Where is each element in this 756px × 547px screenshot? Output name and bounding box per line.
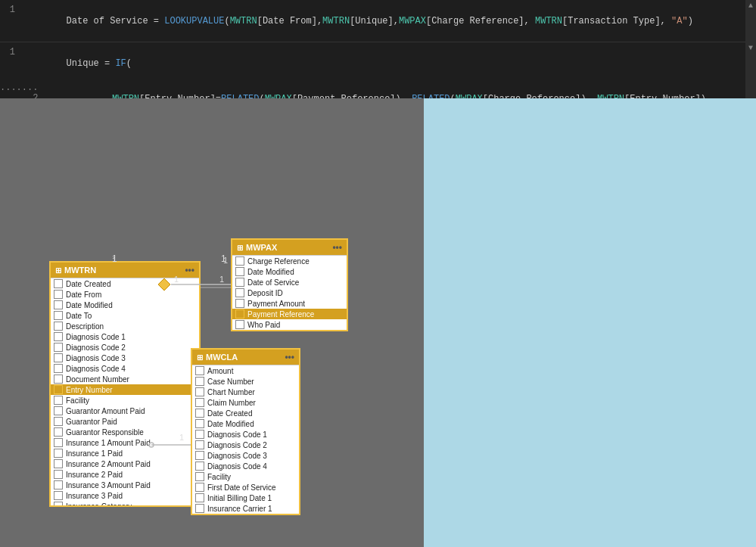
mwcla-facility: Facility xyxy=(192,471,299,482)
field-guar-resp: Guarantor Responsible xyxy=(51,427,199,437)
field-icon xyxy=(235,288,244,297)
mwcla-header: ⊞ MWCLA ••• xyxy=(192,350,299,365)
field-icon xyxy=(54,332,63,341)
field-icon xyxy=(54,491,63,500)
field-date-to: Date To xyxy=(51,310,199,321)
mwcla-amount: Amount xyxy=(192,365,299,376)
mwcla-chart-num: Chart Number xyxy=(192,387,299,397)
scrollbar-right-2[interactable]: ▼ xyxy=(745,42,756,98)
field-facility: Facility xyxy=(51,395,199,406)
field-date-created: Date Created xyxy=(51,278,199,289)
mwpax-pay-amt: Payment Amount xyxy=(232,298,347,309)
mwtrn-fields: Date Created Date From Date Modified Dat… xyxy=(51,278,199,505)
line-2b-content: MWTRN[Entry Number]=RELATED(MWPAX[Paymen… xyxy=(45,82,756,98)
field-icon xyxy=(54,480,63,490)
field-icon xyxy=(195,440,204,449)
field-diag3: Diagnosis Code 3 xyxy=(51,353,199,363)
mwcla-claim-num: Claim Number xyxy=(192,397,299,408)
field-description: Description xyxy=(51,321,199,331)
mwcla-menu[interactable]: ••• xyxy=(285,352,294,362)
mwcla-diag2: Diagnosis Code 2 xyxy=(192,440,299,450)
field-icon-key xyxy=(235,309,244,319)
field-ins1-paid: Insurance 1 Paid xyxy=(51,448,199,458)
mwcla-diag4: Diagnosis Code 4 xyxy=(192,461,299,471)
field-icon xyxy=(195,451,204,460)
scroll-down-2[interactable]: ▼ xyxy=(747,42,754,54)
field-icon xyxy=(235,267,244,276)
field-icon xyxy=(54,343,63,352)
mwpax-date-mod: Date Modified xyxy=(232,266,347,277)
mwpax-date-svc: Date of Service xyxy=(232,277,347,287)
field-icon xyxy=(195,398,204,407)
field-icon xyxy=(235,278,244,287)
field-diag1: Diagnosis Code 1 xyxy=(51,331,199,342)
svg-text:1: 1 xyxy=(219,275,224,284)
relation-label-1-right: 1 xyxy=(221,253,226,264)
field-icon xyxy=(195,493,204,502)
mwcla-date-mod: Date Modified xyxy=(192,418,299,429)
line-1-content: Date of Service = LOOKUPVALUE(MWTRN[Date… xyxy=(23,5,756,37)
field-icon xyxy=(54,406,63,415)
mwpax-pay-ref: Payment Reference xyxy=(232,309,347,319)
field-guar-paid: Guarantor Paid xyxy=(51,416,199,427)
mwcla-icon: ⊞ xyxy=(197,353,203,362)
field-ins3-amt: Insurance 3 Amount Paid xyxy=(51,480,199,490)
mwcla-diag1: Diagnosis Code 1 xyxy=(192,429,299,440)
field-icon xyxy=(54,396,63,405)
mwcla-init-bill: Initial Billing Date 1 xyxy=(192,493,299,503)
field-icon xyxy=(54,322,63,331)
mwcla-table[interactable]: ⊞ MWCLA ••• Amount Case Number Chart Num… xyxy=(191,348,300,515)
field-ins2-paid: Insurance 2 Paid xyxy=(51,469,199,480)
field-icon xyxy=(195,387,204,396)
field-icon xyxy=(195,483,204,492)
scroll-up-1[interactable]: ▲ xyxy=(747,0,754,11)
field-icon xyxy=(54,279,63,288)
field-icon xyxy=(195,462,204,471)
formula-line-2: 1 Unique = IF( .......2 MWTRN[Entry Numb… xyxy=(0,42,756,98)
diagram-canvas[interactable]: 1 1 1 ⊞ MWTRN ••• Date Created Date From… xyxy=(0,98,424,547)
field-icon xyxy=(54,375,63,384)
mwcla-first-date: First Date of Service xyxy=(192,482,299,493)
mwpax-icon: ⊞ xyxy=(237,244,243,252)
field-icon xyxy=(195,504,204,513)
field-icon xyxy=(195,419,204,428)
line-number-1: 1 xyxy=(0,5,23,15)
mwcla-fields: Amount Case Number Chart Number Claim Nu… xyxy=(192,365,299,514)
mwpax-fields: Charge Reference Date Modified Date of S… xyxy=(232,256,347,330)
line-number-2a: 1 xyxy=(0,47,23,57)
field-diag2: Diagnosis Code 2 xyxy=(51,342,199,353)
field-icon xyxy=(54,449,63,458)
diagram-area: 1 1 1 ⊞ MWTRN ••• Date Created Date From… xyxy=(0,98,756,547)
mwcla-diag3: Diagnosis Code 3 xyxy=(192,450,299,461)
field-icon xyxy=(54,300,63,309)
mwpax-menu[interactable]: ••• xyxy=(332,242,342,253)
field-icon xyxy=(195,409,204,418)
field-doc-num: Document Number xyxy=(51,374,199,384)
mwcla-case-num: Case Number xyxy=(192,376,299,387)
field-icon xyxy=(54,353,63,362)
diamond-connector-1 xyxy=(157,278,171,291)
field-ins-cat: Insurance Category xyxy=(51,501,199,505)
mwtrn-header: ⊞ MWTRN ••• xyxy=(51,263,199,278)
field-icon xyxy=(195,366,204,375)
field-icon xyxy=(54,427,63,437)
field-icon xyxy=(195,430,204,439)
field-icon-key xyxy=(54,385,63,394)
mwpax-header: ⊞ MWPAX ••• xyxy=(232,240,347,256)
mwtrn-menu[interactable]: ••• xyxy=(185,265,194,275)
field-guar-amt: Guarantor Amount Paid xyxy=(51,406,199,416)
field-icon xyxy=(54,438,63,447)
right-panel xyxy=(424,98,756,547)
mwtrn-icon: ⊞ xyxy=(55,266,61,275)
field-icon xyxy=(195,377,204,386)
relation-label-1-left: 1 xyxy=(112,253,117,264)
mwpax-table[interactable]: ⊞ MWPAX ••• Charge Reference Date Modifi… xyxy=(231,238,348,331)
field-icon xyxy=(54,364,63,373)
mwtrn-table[interactable]: ⊞ MWTRN ••• Date Created Date From Date … xyxy=(49,261,201,507)
field-entry-number: Entry Number xyxy=(51,384,199,395)
field-icon xyxy=(235,320,244,329)
field-icon xyxy=(54,311,63,320)
field-icon xyxy=(235,256,244,266)
code-editor: 1 Date of Service = LOOKUPVALUE(MWTRN[Da… xyxy=(0,0,756,98)
field-icon xyxy=(54,502,63,505)
